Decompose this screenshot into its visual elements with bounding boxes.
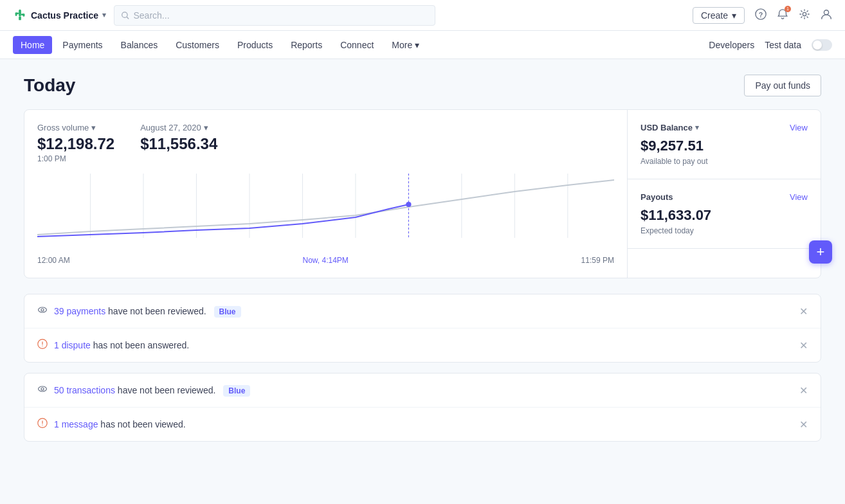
test-data-toggle[interactable] <box>812 39 832 51</box>
notif-close-message[interactable]: ✕ <box>799 419 808 431</box>
notif-row-transactions: 50 transactions have not been reviewed. … <box>24 374 821 408</box>
topbar: Cactus Practice ▾ Create ▾ ? 1 <box>0 0 845 31</box>
cactus-icon <box>13 8 27 22</box>
brand-name: Cactus Practice <box>31 10 98 21</box>
fab-button[interactable]: + <box>809 240 832 264</box>
notifications-icon[interactable]: 1 <box>777 8 788 22</box>
notification-group-1: 39 payments have not been reviewed. Blue… <box>24 294 821 363</box>
page-title: Today <box>24 75 75 96</box>
date-label[interactable]: August 27, 2020 <box>140 123 201 132</box>
create-label: Create <box>701 10 728 21</box>
usd-balance-caret: ▾ <box>695 123 699 132</box>
notif-close-dispute[interactable]: ✕ <box>799 339 808 352</box>
usd-balance-label: USD Balance <box>641 123 693 132</box>
svg-point-29 <box>41 388 44 390</box>
nav-more[interactable]: More ▾ <box>384 36 427 54</box>
usd-view-link[interactable]: View <box>790 123 808 132</box>
eye-icon-1 <box>37 305 48 318</box>
warning-icon-2 <box>37 418 48 431</box>
transactions-badge: Blue <box>223 385 250 397</box>
nav-payments[interactable]: Payments <box>55 36 110 54</box>
brand-caret: ▾ <box>102 11 106 19</box>
chart-x-start: 12:00 AM <box>37 256 70 265</box>
gross-volume-label: Gross volume <box>37 123 89 132</box>
svg-point-10 <box>803 12 806 15</box>
search-input[interactable] <box>134 10 429 21</box>
date-caret: ▾ <box>204 123 208 132</box>
payouts-header: Payouts View <box>641 192 808 202</box>
account-icon[interactable] <box>821 8 832 22</box>
chart-footer: 12:00 AM Now, 4:14PM 11:59 PM <box>37 256 614 265</box>
gross-volume-value: $12,198.72 <box>37 135 114 153</box>
toggle-knob <box>813 40 822 50</box>
usd-balance-header: USD Balance ▾ View <box>641 123 808 132</box>
date-value: $11,556.34 <box>140 135 217 153</box>
date-metric: August 27, 2020 ▾ $11,556.34 <box>140 123 217 153</box>
chart-metrics: Gross volume ▾ $12,198.72 1:00 PM August… <box>37 123 614 163</box>
payments-link[interactable]: 39 payments <box>54 306 105 316</box>
svg-text:?: ? <box>759 10 763 18</box>
payouts-view-link[interactable]: View <box>790 192 808 202</box>
notif-row-message: 1 message has not been viewed. ✕ <box>24 408 821 441</box>
settings-icon[interactable] <box>799 8 810 22</box>
message-link[interactable]: 1 message <box>54 419 98 429</box>
dashboard-grid: Gross volume ▾ $12,198.72 1:00 PM August… <box>24 109 821 278</box>
create-button[interactable]: Create ▾ <box>693 7 745 24</box>
svg-point-23 <box>39 307 47 312</box>
svg-point-28 <box>39 386 47 392</box>
chart-section: Gross volume ▾ $12,198.72 1:00 PM August… <box>24 110 628 278</box>
create-caret: ▾ <box>732 10 736 21</box>
chart-svg <box>37 174 614 251</box>
svg-rect-0 <box>19 9 21 16</box>
help-icon[interactable]: ? <box>755 8 767 22</box>
payments-badge: Blue <box>214 306 241 318</box>
usd-balance-title: USD Balance ▾ <box>641 123 699 132</box>
notification-count: 1 <box>785 6 791 12</box>
nav-developers[interactable]: Developers <box>709 40 754 50</box>
notification-group-2: 50 transactions have not been reviewed. … <box>24 373 821 442</box>
nav-customers[interactable]: Customers <box>168 36 227 54</box>
notif-close-transactions[interactable]: ✕ <box>799 384 808 397</box>
svg-point-24 <box>41 309 44 311</box>
brand[interactable]: Cactus Practice ▾ <box>13 8 106 22</box>
notif-text-message: 1 message has not been viewed. <box>54 419 793 429</box>
svg-point-11 <box>824 10 828 14</box>
nav-bar: Home Payments Balances Customers Product… <box>0 31 845 59</box>
notif-close-payments[interactable]: ✕ <box>799 305 808 318</box>
eye-icon-2 <box>37 384 48 397</box>
search-icon <box>121 11 129 20</box>
svg-rect-4 <box>23 14 25 17</box>
transactions-link[interactable]: 50 transactions <box>54 385 115 395</box>
pay-out-button[interactable]: Pay out funds <box>744 75 821 96</box>
chart-x-now: Now, 4:14PM <box>302 256 348 265</box>
nav-products[interactable]: Products <box>230 36 280 54</box>
notif-text-payments: 39 payments have not been reviewed. Blue <box>54 306 793 316</box>
payouts-title: Payouts <box>641 192 673 202</box>
usd-balance-block: USD Balance ▾ View $9,257.51 Available t… <box>628 110 821 179</box>
usd-balance-amount: $9,257.51 <box>641 138 808 154</box>
nav-reports[interactable]: Reports <box>283 36 330 54</box>
warning-icon-1 <box>37 339 48 352</box>
nav-connect[interactable]: Connect <box>332 36 381 54</box>
usd-balance-sub: Available to pay out <box>641 157 808 166</box>
topbar-right: Create ▾ ? 1 <box>693 7 832 24</box>
svg-rect-2 <box>15 12 17 16</box>
payouts-amount: $11,633.07 <box>641 207 808 224</box>
nav-home[interactable]: Home <box>13 36 52 54</box>
nav-test-data: Test data <box>765 40 801 50</box>
gross-volume-caret: ▾ <box>91 123 96 132</box>
gross-volume-time: 1:00 PM <box>37 154 114 163</box>
notif-row-payments: 39 payments have not been reviewed. Blue… <box>24 294 821 328</box>
nav-balances[interactable]: Balances <box>113 36 166 54</box>
payouts-sub: Expected today <box>641 226 808 235</box>
svg-point-32 <box>42 425 42 426</box>
page-header: Today Pay out funds <box>24 75 821 96</box>
dispute-link[interactable]: 1 dispute <box>54 340 91 350</box>
notif-row-dispute: 1 dispute has not been answered. ✕ <box>24 328 821 362</box>
svg-line-7 <box>127 17 129 19</box>
chart-area <box>37 174 614 251</box>
chart-x-end: 11:59 PM <box>581 256 614 265</box>
svg-rect-5 <box>19 16 21 20</box>
main-content: Today Pay out funds Gross volume ▾ $12,1… <box>11 59 834 467</box>
nav-right: Developers Test data <box>709 39 832 51</box>
